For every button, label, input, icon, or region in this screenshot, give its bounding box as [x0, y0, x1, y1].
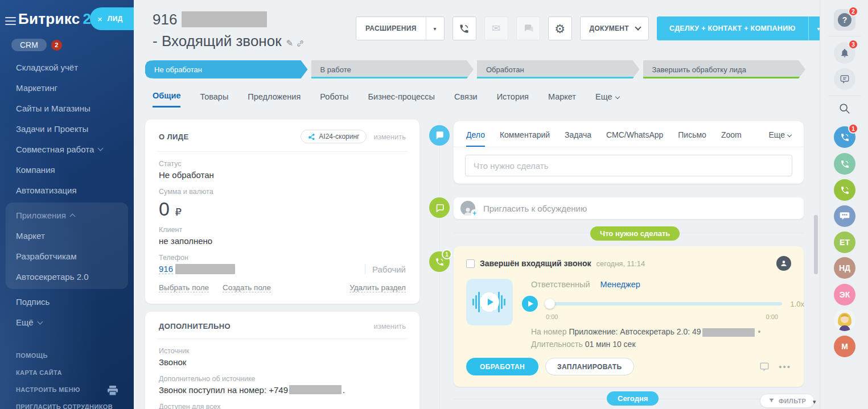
printer-icon[interactable] [107, 386, 118, 398]
edit-title-icon[interactable]: ✎ [286, 38, 294, 48]
sidebar-item-automation[interactable]: Автоматизация [0, 180, 134, 200]
sidebar-item-invite-employees[interactable]: ПРИГЛАСИТЬ СОТРУДНИКОВ [0, 398, 134, 409]
tl-tab-task[interactable]: Задача [565, 130, 591, 147]
note-icon[interactable] [759, 362, 770, 372]
schedule-button[interactable]: ЗАПЛАНИРОВАТЬ [545, 358, 634, 375]
edit-lead-link[interactable]: изменить [373, 133, 406, 141]
user-avatar-ek[interactable]: ЭК [834, 284, 855, 305]
amount-value[interactable]: 0 ₽ [159, 198, 406, 220]
about-lead-panel: О ЛИДЕ AI24-скоринг изменить Статус Не о… [145, 119, 419, 304]
play-icon[interactable] [480, 292, 499, 312]
tl-tab-activity[interactable]: Дело [466, 130, 485, 147]
call-button[interactable] [452, 16, 476, 40]
tab-business-processes[interactable]: Бизнес-процессы [368, 92, 435, 107]
search-button[interactable] [834, 98, 855, 119]
sidebar-item-tasks[interactable]: Задачи и Проекты [0, 118, 134, 139]
tl-tab-more[interactable]: Еще [769, 130, 792, 147]
stage-finish-processing[interactable]: Завершить обработку лида [643, 60, 806, 79]
today-badge[interactable]: Сегодня [607, 391, 659, 406]
notifications-button[interactable]: 3 [834, 42, 855, 64]
create-field-link[interactable]: Создать поле [223, 283, 271, 292]
user-avatar-m[interactable]: М [834, 336, 855, 357]
convert-lead-button[interactable]: СДЕЛКУ + КОНТАКТ + КОМПАНИЮ ▾ [657, 16, 829, 40]
responsible-link[interactable]: Менеджер [600, 280, 640, 289]
extensions-caret[interactable]: ▾ [426, 17, 444, 40]
user-avatar-photo[interactable] [834, 309, 855, 331]
settings-button[interactable]: ⚙ [548, 16, 572, 40]
call-app-green-button[interactable] [834, 179, 855, 201]
activity-composer-icon[interactable] [429, 125, 450, 146]
crm-counter-badge: 2 [51, 40, 62, 51]
messenger-button[interactable] [834, 68, 855, 90]
group-chat-button[interactable] [834, 205, 855, 227]
tab-general[interactable]: Общие [153, 91, 180, 108]
hamburger-menu-icon[interactable] [5, 15, 16, 27]
tl-tab-email[interactable]: Письмо [678, 130, 706, 147]
extensions-button[interactable]: РАСШИРЕНИЯ ▾ [356, 16, 445, 40]
telephony-button[interactable]: 1 [834, 126, 855, 148]
audio-waveform-thumbnail[interactable] [466, 279, 513, 325]
invite-discussion-bar[interactable]: + Пригласить к обсуждению [454, 197, 804, 219]
sidebar-item-crm[interactable]: CRM [11, 39, 47, 51]
playback-speed[interactable]: 1.0x [790, 300, 804, 308]
play-button[interactable] [522, 296, 538, 312]
responsible-avatar[interactable] [776, 256, 791, 271]
status-value[interactable]: Не обработан [159, 170, 406, 180]
tab-links[interactable]: Связи [454, 92, 478, 107]
tab-products[interactable]: Товары [200, 92, 228, 107]
todo-badge[interactable]: Что нужно сделать [590, 226, 680, 241]
tl-tab-sms[interactable]: СМС/WhatsApp [606, 130, 663, 147]
todo-input[interactable] [465, 155, 792, 176]
incoming-call-icon[interactable]: 1 [429, 251, 450, 272]
help-button[interactable]: ? 2 [834, 9, 855, 31]
stage-in-progress[interactable]: В работе [311, 60, 474, 79]
slider-handle[interactable] [545, 299, 555, 309]
sidebar-item-sites[interactable]: Сайты и Магазины [0, 98, 134, 118]
user-avatar-nd[interactable]: НД [834, 257, 855, 279]
processed-button[interactable]: ОБРАБОТАН [466, 358, 538, 375]
close-icon[interactable]: × [97, 15, 102, 23]
sidebar-item-developers[interactable]: Разработчикам [6, 246, 128, 266]
stage-processed[interactable]: Обработан [477, 60, 640, 79]
call-app-teal-button[interactable] [834, 153, 855, 175]
seek-slider[interactable] [545, 299, 782, 309]
tab-quotes[interactable]: Предложения [248, 92, 301, 107]
stage-not-processed[interactable]: Не обработан [145, 60, 308, 79]
document-button[interactable]: ДОКУМЕНТ [580, 16, 649, 40]
ai-scoring-button[interactable]: AI24-скоринг [301, 130, 367, 143]
scroll-down-icon[interactable]: ▾ [813, 398, 816, 406]
tab-market[interactable]: Маркет [548, 92, 576, 107]
more-actions-icon[interactable]: ••• [779, 362, 791, 371]
select-field-link[interactable]: Выбрать поле [159, 283, 209, 292]
sidebar-item-more[interactable]: Ещё [0, 312, 134, 332]
sidebar-item-signature[interactable]: Подпись [0, 291, 134, 312]
call-title[interactable]: Завершён входящий звонок [480, 259, 591, 268]
sidebar-item-autosecretary[interactable]: Автосекретарь 2.0 [6, 266, 128, 287]
call-checkbox[interactable] [466, 259, 475, 268]
sidebar-item-company[interactable]: Компания [0, 159, 134, 180]
sidebar-item-market[interactable]: Маркет [6, 225, 128, 246]
tab-history[interactable]: История [497, 92, 529, 107]
tab-robots[interactable]: Роботы [320, 92, 348, 107]
discussion-icon[interactable] [429, 197, 450, 218]
sidebar-item-inventory[interactable]: Складской учёт [0, 57, 134, 77]
client-value[interactable]: не заполнено [159, 236, 406, 246]
source-value[interactable]: Звонок [159, 357, 406, 367]
sidebar-item-help[interactable]: ПОМОЩЬ [0, 347, 134, 364]
sidebar-item-marketing[interactable]: Маркетинг [0, 77, 134, 98]
app-logo[interactable]: Битрикс24 [18, 10, 100, 28]
tl-tab-zoom[interactable]: Zoom [721, 130, 742, 147]
tl-tab-comment[interactable]: Комментарий [500, 130, 550, 147]
phone-link[interactable]: 916 [159, 264, 173, 274]
sidebar-item-apps[interactable]: Приложения [6, 205, 128, 225]
scrollbar-thumb[interactable] [814, 215, 818, 274]
filter-button[interactable]: ФИЛЬТР [760, 394, 814, 408]
edit-additional-link[interactable]: изменить [373, 322, 406, 330]
user-avatar-et[interactable]: ЕТ [834, 232, 855, 253]
tab-lead[interactable]: × ЛИД [90, 7, 134, 30]
link-icon[interactable] [297, 34, 304, 51]
sidebar-item-sitemap[interactable]: КАРТА САЙТА [0, 364, 134, 381]
sidebar-item-collaboration[interactable]: Совместная работа [0, 139, 134, 159]
delete-section-link[interactable]: Удалить раздел [349, 283, 406, 292]
tab-more[interactable]: Еще [595, 92, 619, 107]
